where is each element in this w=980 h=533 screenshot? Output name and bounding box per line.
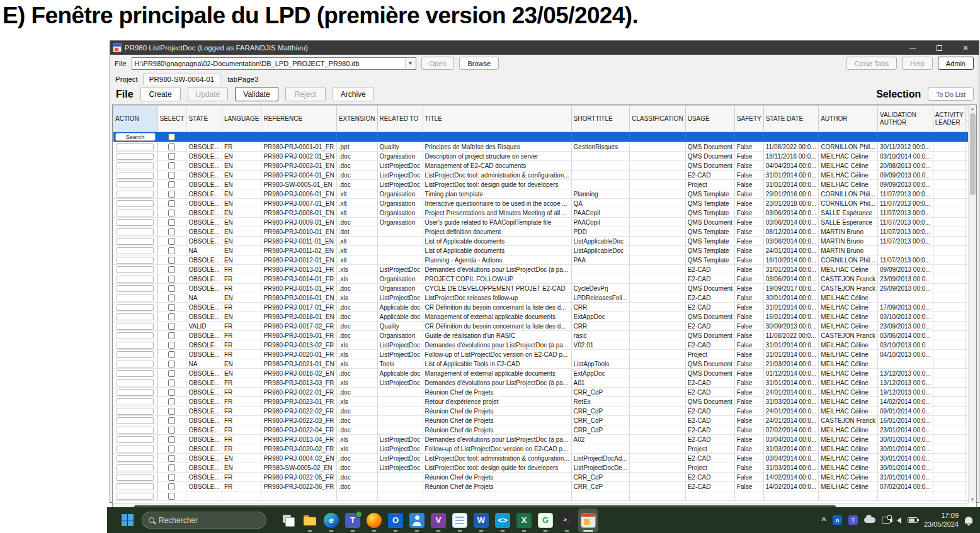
column-header-extension[interactable]: EXTENSION xyxy=(336,106,377,132)
row-action-button[interactable] xyxy=(117,389,154,396)
maximize-button[interactable] xyxy=(926,41,952,55)
row-action-button[interactable] xyxy=(117,257,154,264)
filter-cell[interactable] xyxy=(261,132,336,142)
outlook-icon[interactable]: O xyxy=(385,508,406,532)
notification-bell-icon[interactable] xyxy=(965,517,972,524)
row-select-checkbox[interactable] xyxy=(168,342,175,349)
vertical-scrollbar-thumb[interactable] xyxy=(970,113,976,195)
row-action-button[interactable] xyxy=(117,332,154,339)
row-select-checkbox[interactable] xyxy=(168,408,175,415)
row-action-button[interactable] xyxy=(117,483,154,490)
file-explorer-icon[interactable] xyxy=(300,508,320,532)
row-select-checkbox[interactable] xyxy=(168,332,175,339)
filter-cell[interactable] xyxy=(571,132,630,142)
update-button[interactable]: Update xyxy=(188,87,229,101)
teams-icon[interactable]: T xyxy=(343,508,363,532)
row-select-checkbox[interactable] xyxy=(168,323,175,330)
people-icon[interactable] xyxy=(407,508,427,532)
column-header-usage[interactable]: USAGE xyxy=(685,106,734,132)
create-button[interactable]: Create xyxy=(140,87,181,101)
row-action-button[interactable] xyxy=(117,361,154,367)
row-select-checkbox[interactable] xyxy=(168,446,175,452)
row-select-checkbox[interactable] xyxy=(168,436,175,443)
row-action-button[interactable] xyxy=(117,379,154,386)
filter-cell[interactable] xyxy=(222,132,261,142)
tray-outlook-icon[interactable]: o xyxy=(833,515,842,525)
filter-cell[interactable] xyxy=(423,132,571,142)
open-button[interactable]: Open xyxy=(421,57,455,70)
row-select-checkbox[interactable] xyxy=(168,295,175,301)
row-select-checkbox[interactable] xyxy=(168,219,175,226)
row-action-button[interactable] xyxy=(117,464,154,471)
row-select-checkbox[interactable] xyxy=(168,304,175,311)
reject-button[interactable]: Reject xyxy=(285,87,326,101)
row-action-button[interactable] xyxy=(117,408,154,415)
row-select-checkbox[interactable] xyxy=(168,200,175,207)
row-action-button[interactable] xyxy=(117,200,154,207)
help-button[interactable]: Help xyxy=(902,57,933,70)
row-select-checkbox[interactable] xyxy=(168,389,175,396)
row-action-button[interactable] xyxy=(117,153,154,160)
row-action-button[interactable] xyxy=(117,219,154,226)
row-action-button[interactable] xyxy=(117,427,154,434)
row-select-checkbox[interactable] xyxy=(168,474,175,481)
row-select-checkbox[interactable] xyxy=(168,276,175,283)
row-action-button[interactable] xyxy=(117,191,154,198)
taskbar-search-input[interactable]: Rechercher xyxy=(142,512,266,529)
column-header-reference[interactable]: REFERENCE xyxy=(261,106,336,132)
row-select-checkbox[interactable] xyxy=(168,455,175,462)
filter-cell[interactable] xyxy=(336,132,377,142)
filter-cell[interactable] xyxy=(685,132,734,142)
row-action-button[interactable] xyxy=(117,313,154,320)
row-select-checkbox[interactable] xyxy=(168,238,175,245)
row-action-button[interactable] xyxy=(117,351,154,358)
row-select-checkbox[interactable] xyxy=(168,228,175,235)
row-select-checkbox[interactable] xyxy=(168,162,175,169)
scroll-up-icon[interactable]: ▲ xyxy=(969,105,976,113)
column-header-validation-author[interactable]: VALIDATION AUTHOR xyxy=(878,106,933,132)
column-header-activity-leader[interactable]: ACTIVITY LEADER xyxy=(933,106,966,132)
search-button[interactable]: Search xyxy=(115,133,156,141)
vscode-icon[interactable]: <> xyxy=(493,508,513,532)
row-action-button[interactable] xyxy=(117,446,154,452)
row-select-checkbox[interactable] xyxy=(168,153,175,160)
row-select-checkbox[interactable] xyxy=(168,351,175,358)
todo-list-button[interactable]: To Do List xyxy=(928,87,974,101)
file-path-combobox[interactable]: H:\PR980\gnagnagna\02-Documentation\DB_L… xyxy=(132,57,416,70)
clock[interactable]: 17:09 23/05/2024 xyxy=(924,512,959,529)
row-action-button[interactable] xyxy=(117,143,154,150)
row-select-checkbox[interactable] xyxy=(168,266,175,273)
row-select-checkbox[interactable] xyxy=(168,285,175,292)
vertical-scrollbar[interactable]: ▲ ▼ xyxy=(968,105,976,503)
column-header-select[interactable]: SELECT xyxy=(157,106,186,132)
column-header-action[interactable]: ACTION xyxy=(113,106,158,132)
validate-button[interactable]: Validate xyxy=(235,87,278,101)
row-select-checkbox[interactable] xyxy=(168,247,175,254)
tab-project-document[interactable]: PR980-SW-0064-01 xyxy=(143,74,220,85)
filter-cell[interactable] xyxy=(933,132,966,142)
row-select-checkbox[interactable] xyxy=(168,210,175,216)
row-select-checkbox[interactable] xyxy=(168,172,175,179)
row-select-checkbox[interactable] xyxy=(168,370,175,377)
column-header-language[interactable]: LANGUAGE xyxy=(222,106,261,132)
filter-cell[interactable] xyxy=(734,132,763,142)
row-action-button[interactable] xyxy=(117,342,154,349)
filter-cell[interactable] xyxy=(630,132,686,142)
speaker-icon[interactable] xyxy=(897,517,901,524)
column-header-shorttitle[interactable]: SHORTTITLE xyxy=(571,106,630,132)
row-select-checkbox[interactable] xyxy=(168,379,175,386)
row-action-button[interactable] xyxy=(117,228,154,235)
row-action-button[interactable] xyxy=(117,276,154,283)
row-action-button[interactable] xyxy=(117,474,154,481)
minimize-button[interactable] xyxy=(899,41,926,55)
row-action-button[interactable] xyxy=(117,285,154,292)
row-action-button[interactable] xyxy=(117,323,154,330)
row-select-checkbox[interactable] xyxy=(168,313,175,320)
row-action-button[interactable] xyxy=(117,455,154,462)
column-header-author[interactable]: AUTHOR xyxy=(819,106,878,132)
row-select-checkbox[interactable] xyxy=(168,143,175,150)
visual-studio-icon[interactable]: V xyxy=(428,508,448,532)
row-action-button[interactable] xyxy=(117,493,154,500)
row-action-button[interactable] xyxy=(117,181,154,188)
notepad-icon[interactable] xyxy=(450,508,470,532)
